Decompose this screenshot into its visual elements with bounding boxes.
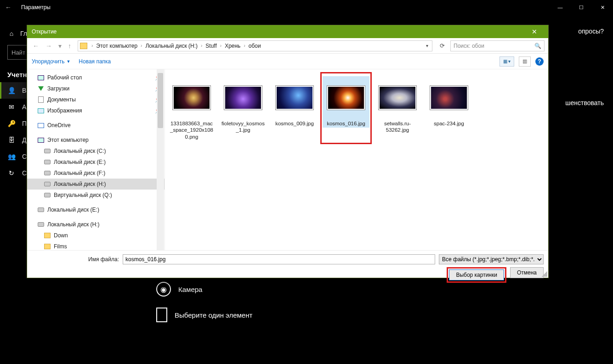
help-icon[interactable]: ? — [535, 57, 544, 66]
pc-icon — [37, 136, 45, 144]
folder-tree[interactable]: Рабочий стол📌Загрузки📌Документы📌Изображе… — [27, 69, 165, 250]
thumbnail — [327, 85, 365, 110]
tree-node[interactable]: Локальный диск (H:) — [27, 219, 165, 230]
crumb-3[interactable]: Хрень — [224, 43, 241, 49]
chevron-right-icon: › — [242, 43, 246, 48]
scrollbar[interactable] — [157, 69, 164, 250]
crumb-4[interactable]: обои — [248, 43, 262, 49]
home-label: Гл — [20, 30, 27, 37]
filetype-select[interactable]: Все файлы (*.jpg;*.jpeg;*.bmp;*.dib;*.p — [439, 254, 544, 264]
new-folder-button[interactable]: Новая папка — [79, 58, 111, 65]
crumb-1[interactable]: Локальный диск (H:) — [144, 43, 199, 49]
filename-label: Имя файла: — [32, 256, 119, 263]
preview-pane-button[interactable]: ▥ — [519, 56, 531, 67]
nav-back-icon[interactable]: ← — [31, 42, 41, 50]
resize-grip[interactable] — [542, 271, 547, 277]
select-file-row[interactable]: Выберите один элемент — [156, 308, 252, 322]
img-icon — [37, 107, 45, 114]
fold-icon — [44, 232, 51, 239]
crumb-2[interactable]: Stuff — [204, 43, 217, 49]
file-grid[interactable]: 1331883663_mac_space_1920x1080.pngfiolet… — [165, 69, 548, 250]
thumbnail-wrap — [323, 76, 369, 119]
thumbnail-wrap — [168, 76, 215, 119]
minimize-button[interactable]: — — [550, 0, 571, 15]
disk-icon — [44, 147, 51, 155]
thumbnail-wrap — [426, 76, 472, 119]
tree-node-label: Загрузки — [47, 85, 69, 92]
dialog-toolbar: Упорядочить ▼ Новая папка ▦ ▾ ▥ ? — [27, 54, 548, 69]
tree-node[interactable]: OneDrive — [27, 120, 165, 131]
view-mode-button[interactable]: ▦ ▾ — [499, 56, 514, 67]
tree-node[interactable]: Изображения📌 — [27, 105, 165, 116]
tree-node-label: Films — [54, 243, 67, 250]
crumb-0[interactable]: Этот компьютер — [95, 43, 138, 49]
close-button[interactable]: ✕ — [592, 0, 613, 15]
tree-node[interactable]: Films — [27, 241, 165, 250]
file-item[interactable]: 1331883663_mac_space_1920x1080.png — [166, 72, 217, 144]
nav-forward-icon[interactable]: → — [44, 42, 54, 50]
nav-up-icon[interactable]: ↑ — [66, 42, 73, 50]
thumbnail — [224, 85, 262, 110]
key-icon: 🔑 — [7, 119, 16, 128]
search-input[interactable]: Поиск: обои 🔍 — [450, 40, 545, 51]
refresh-icon[interactable]: ⟳ — [437, 42, 448, 49]
ok-button[interactable]: Выбор картинки — [449, 269, 504, 280]
tree-node[interactable]: Локальный диск (H:) — [27, 179, 165, 190]
tree-node-label: Down — [54, 232, 68, 239]
breadcrumb[interactable]: › Этот компьютер › Локальный диск (H:) ›… — [78, 40, 432, 51]
chevron-right-icon: › — [219, 43, 223, 48]
chevron-down-icon[interactable]: ▾ — [424, 43, 430, 48]
tree-node[interactable]: Локальный диск (E:) — [27, 204, 165, 215]
file-name: fioletovyy_kosmos_1.jpg — [220, 119, 267, 134]
dialog-body: Рабочий стол📌Загрузки📌Документы📌Изображе… — [27, 69, 548, 250]
tree-node-label: Локальный диск (E:) — [54, 159, 106, 165]
chevron-right-icon: › — [199, 43, 204, 48]
organize-menu[interactable]: Упорядочить ▼ — [32, 58, 70, 65]
tree-node[interactable]: Локальный диск (C:) — [27, 146, 165, 157]
file-name: kosmos_009.jpg — [271, 119, 318, 128]
file-item[interactable]: kosmos_009.jpg — [269, 72, 320, 144]
thumbnail — [275, 85, 314, 110]
dl-icon — [37, 85, 45, 92]
maximize-button[interactable]: ☐ — [571, 0, 592, 15]
settings-titlebar: ← Параметры — [0, 0, 613, 15]
cancel-button[interactable]: Отмена — [510, 267, 544, 278]
briefcase-icon: 🗄 — [7, 136, 16, 144]
file-open-dialog: Открытие ✕ ← → ▾ ↑ › Этот компьютер › Ло… — [27, 25, 549, 278]
file-item[interactable]: spac-234.jpg — [423, 72, 475, 144]
tree-node[interactable]: Рабочий стол📌 — [27, 72, 165, 83]
disk-icon — [44, 180, 51, 188]
disk-icon — [44, 169, 51, 177]
file-name: 1331883663_mac_space_1920x1080.png — [168, 119, 215, 141]
dialog-title: Открытие — [32, 28, 57, 35]
disk-icon — [44, 158, 51, 166]
nav-recent-icon[interactable]: ▾ — [57, 42, 63, 50]
tree-node[interactable]: Этот компьютер — [27, 134, 165, 146]
tree-node[interactable]: Виртуальный диск (Q:) — [27, 190, 165, 201]
file-item[interactable]: setwalls.ru-53262.jpg — [372, 72, 423, 144]
file-item[interactable]: kosmos_016.jpg — [320, 72, 372, 144]
chevron-down-icon: ▼ — [66, 59, 70, 64]
tree-node[interactable]: Локальный диск (E:) — [27, 157, 165, 168]
tree-node[interactable]: Документы📌 — [27, 94, 165, 105]
disk-icon — [37, 221, 45, 228]
disk-icon — [44, 191, 51, 199]
tree-node[interactable]: Down — [27, 230, 165, 241]
fold-icon — [44, 243, 51, 250]
file-item[interactable]: fioletovyy_kosmos_1.jpg — [217, 72, 269, 144]
tree-node-label: Локальный диск (H:) — [54, 181, 106, 187]
close-icon[interactable]: ✕ — [525, 28, 544, 35]
tree-node[interactable]: Загрузки📌 — [27, 83, 165, 94]
tree-node-label: Виртуальный диск (Q:) — [54, 192, 112, 198]
filename-input[interactable] — [123, 254, 435, 264]
file-name: setwalls.ru-53262.jpg — [374, 119, 421, 134]
doc-icon — [37, 96, 45, 103]
file-icon — [156, 308, 167, 322]
tree-node[interactable]: Локальный диск (F:) — [27, 168, 165, 179]
search-placeholder: Найт — [11, 49, 25, 56]
tree-node-label: Локальный диск (H:) — [47, 221, 100, 228]
file-name: kosmos_016.jpg — [323, 119, 369, 128]
dialog-titlebar[interactable]: Открытие ✕ — [27, 25, 548, 38]
select-file-label: Выберите один элемент — [175, 311, 252, 319]
back-icon[interactable]: ← — [3, 4, 14, 11]
